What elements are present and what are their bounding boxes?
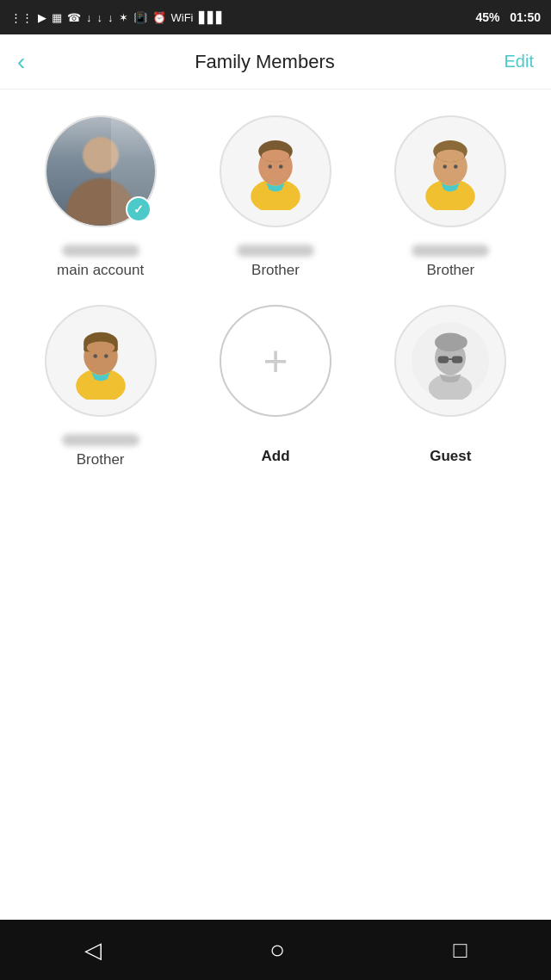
check-badge-main (126, 196, 152, 222)
avatar-circle-add: + (220, 305, 331, 417)
nav-home-button[interactable]: ○ (269, 935, 285, 964)
male-avatar-svg-3 (62, 322, 139, 400)
nav-bar: ◁ ○ □ (0, 920, 551, 980)
avatar-wrapper-brother1 (220, 115, 331, 227)
vibrate-icon: 📳 (133, 11, 147, 24)
name-blur-main (62, 236, 139, 257)
member-brother3[interactable]: Brother (17, 305, 183, 468)
battery-percent: 45% (475, 10, 499, 24)
bluetooth-icon: ✶ (119, 11, 128, 24)
add-plus-icon: + (263, 339, 288, 382)
download2-icon: ↓ (97, 11, 103, 24)
member-guest[interactable]: Guest (368, 305, 534, 468)
member-add[interactable]: + Add (192, 305, 358, 468)
svg-point-5 (268, 164, 272, 169)
avatar-circle-brother3 (45, 305, 157, 417)
content-area: main account (0, 90, 551, 494)
member-label-add: Add (261, 448, 289, 465)
avatar-wrapper-brother3 (45, 305, 157, 417)
nav-back-button[interactable]: ◁ (84, 937, 102, 964)
edit-button[interactable]: Edit (505, 52, 534, 71)
svg-point-27 (455, 336, 467, 348)
status-bar-time: 45% 01:50 (475, 10, 541, 24)
name-blur-brother3 (62, 425, 139, 446)
member-label-brother2: Brother (426, 262, 474, 279)
whatsapp-icon: ☎ (67, 11, 81, 24)
avatar-wrapper-brother2 (394, 115, 506, 227)
clock: 01:50 (510, 10, 541, 24)
avatar-wrapper-add: + (220, 305, 331, 417)
guest-avatar-svg (412, 322, 489, 400)
member-label-brother1: Brother (251, 262, 300, 279)
signal-icon: ▋▋▋ (199, 11, 225, 24)
svg-point-20 (93, 354, 97, 358)
avatar-circle-guest (394, 305, 506, 417)
svg-point-19 (86, 342, 114, 354)
member-label-guest: Guest (430, 448, 471, 465)
male-avatar-svg-1 (237, 133, 314, 210)
nav-recent-button[interactable]: □ (454, 937, 467, 964)
page-title: Family Members (25, 51, 504, 73)
back-button[interactable]: ‹ (17, 50, 25, 74)
svg-point-4 (262, 150, 289, 162)
avatar-wrapper-main (45, 115, 157, 227)
header: ‹ Family Members Edit (0, 34, 551, 90)
menu-icon: ⋮⋮ (10, 11, 33, 24)
download3-icon: ↓ (108, 11, 114, 24)
svg-point-13 (454, 164, 458, 169)
download1-icon: ↓ (86, 11, 92, 24)
male-avatar-svg-2 (412, 133, 489, 210)
svg-point-6 (279, 164, 283, 169)
svg-point-12 (443, 164, 448, 169)
member-label-brother3: Brother (77, 451, 125, 468)
youtube-icon: ▶ (38, 11, 46, 24)
member-main[interactable]: main account (17, 115, 183, 279)
gallery-icon: ▦ (52, 11, 62, 24)
status-bar-icons: ⋮⋮ ▶ ▦ ☎ ↓ ↓ ↓ ✶ 📳 ⏰ WiFi ▋▋▋ (10, 11, 225, 24)
members-grid: main account (17, 115, 534, 468)
svg-rect-29 (452, 357, 463, 363)
avatar-circle-brother1 (220, 115, 331, 227)
svg-rect-28 (438, 357, 449, 363)
name-blur-brother2 (412, 236, 489, 257)
member-brother2[interactable]: Brother (368, 115, 534, 279)
name-blur-brother1 (237, 236, 314, 257)
wifi-icon: WiFi (171, 11, 194, 24)
alarm-icon: ⏰ (152, 11, 166, 24)
status-bar: ⋮⋮ ▶ ▦ ☎ ↓ ↓ ↓ ✶ 📳 ⏰ WiFi ▋▋▋ 45% 01:50 (0, 0, 551, 34)
member-label-main: main account (57, 262, 144, 279)
avatar-circle-brother2 (394, 115, 506, 227)
svg-point-11 (436, 150, 464, 162)
svg-point-21 (104, 354, 108, 358)
member-brother1[interactable]: Brother (192, 115, 358, 279)
avatar-wrapper-guest (394, 305, 506, 417)
